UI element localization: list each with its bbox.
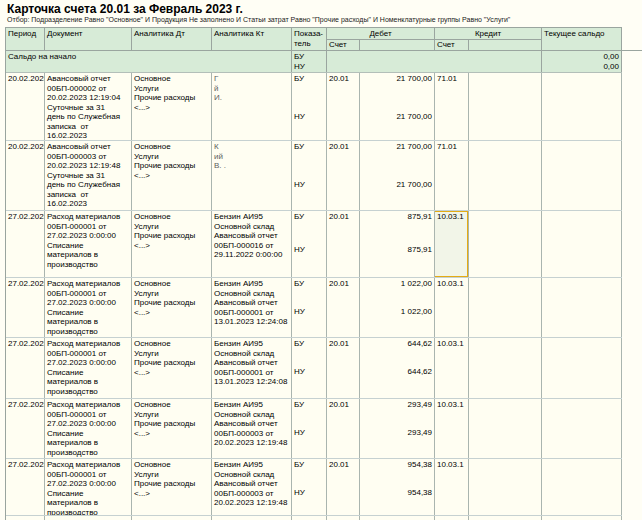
row-indicator: БУНУ — [292, 141, 327, 210]
row-indicator: БУНУ — [292, 73, 327, 140]
row-analytics-dt: Основное Услуги Прочие расходы <...> — [132, 459, 212, 515]
row-credit-account-selected[interactable]: 10.03.1 — [435, 211, 469, 277]
col-header-debit-group[interactable]: Дебет Счет — [327, 28, 435, 50]
row-credit-amount — [469, 338, 542, 398]
row-debit-amount — [360, 516, 435, 520]
col-header-document[interactable]: Документ — [45, 28, 132, 50]
row-debit-amount: 21 700,0021 700,00 — [360, 141, 435, 210]
row-indicator: БУНУ — [292, 338, 327, 398]
row-indicator: БУНУ — [292, 459, 327, 515]
row-analytics-dt: Основное Услуги Прочие расходы <...> — [132, 399, 212, 458]
col-header-period[interactable]: Период — [6, 28, 45, 50]
col-header-credit-account: Счет — [435, 40, 469, 50]
table-row-partial — [6, 516, 622, 520]
opening-indicator: БУНУ — [292, 51, 327, 72]
row-indicator: БУНУ — [292, 211, 327, 277]
col-header-debit: Дебет — [327, 28, 434, 40]
row-credit-amount — [469, 211, 542, 277]
row-balance — [542, 399, 622, 458]
table-row[interactable]: 27.02.2023 Расход материалов 00БП-000001… — [6, 338, 622, 399]
opening-balance-values: 0,000,00 — [542, 51, 622, 72]
row-debit-account: 20.01 — [327, 73, 360, 140]
col-header-debit-account: Счет — [327, 40, 360, 50]
row-debit-account: 20.01 — [327, 141, 360, 210]
sheet-edge-line — [622, 50, 642, 51]
opening-balance-row[interactable]: Сальдо на начало БУНУ 0,000,00 — [6, 51, 622, 73]
row-analytics-kt: Бензин АИ95 Основной склад Авансовый отч… — [212, 399, 292, 458]
row-debit-amount: 954,38954,38 — [360, 459, 435, 515]
row-credit-amount — [469, 278, 542, 337]
row-analytics-kt: Бензин АИ95 Основной склад Авансовый отч… — [212, 459, 292, 515]
row-document: Авансовый отчет 00БП-000003 от 20.02.202… — [45, 141, 132, 210]
row-credit-amount — [469, 516, 542, 520]
col-header-analytics-dt[interactable]: Аналитика Дт — [132, 28, 212, 50]
row-indicator: БУНУ — [292, 399, 327, 458]
row-document: Расход материалов 00БП-000001 от 27.02.2… — [45, 278, 132, 337]
row-period: 27.02.2023 — [6, 399, 45, 458]
row-debit-amount: 875,91875,91 — [360, 211, 435, 277]
col-header-analytics-kt[interactable]: Аналитика Кт — [212, 28, 292, 50]
col-header-credit: Кредит — [435, 28, 541, 40]
row-analytics-kt — [212, 516, 292, 520]
row-credit-account — [435, 516, 469, 520]
row-debit-account: 20.01 — [327, 459, 360, 515]
row-document: Авансовый отчет 00БП-000002 от 20.02.202… — [45, 73, 132, 140]
col-header-balance[interactable]: Текущее сальдо — [542, 28, 622, 50]
row-balance — [542, 141, 622, 210]
row-credit-account: 10.03.1 — [435, 338, 469, 398]
row-period — [6, 516, 45, 520]
row-debit-amount: 21 700,0021 700,00 — [360, 73, 435, 140]
row-analytics-dt — [132, 516, 212, 520]
row-analytics-kt: Бензин АИ95 Основной склад Авансовый отч… — [212, 211, 292, 277]
row-credit-amount — [469, 141, 542, 210]
row-period: 20.02.2023 — [6, 73, 45, 140]
row-debit-account: 20.01 — [327, 338, 360, 398]
row-analytics-dt: Основное Услуги Прочие расходы <...> — [132, 211, 212, 277]
row-document — [45, 516, 132, 520]
row-credit-account: 71.01 — [435, 73, 469, 140]
row-credit-account: 10.03.1 — [435, 459, 469, 515]
row-debit-amount: 293,49293,49 — [360, 399, 435, 458]
row-balance — [542, 278, 622, 337]
table-row[interactable]: 20.02.2023 Авансовый отчет 00БП-000002 о… — [6, 73, 622, 141]
row-credit-amount — [469, 73, 542, 140]
row-debit-account: 20.01 — [327, 211, 360, 277]
row-analytics-kt: Г й И. — [212, 73, 292, 140]
row-credit-account: 71.01 — [435, 141, 469, 210]
row-indicator — [292, 516, 327, 520]
row-document: Расход материалов 00БП-000001 от 27.02.2… — [45, 211, 132, 277]
row-balance — [542, 459, 622, 515]
row-period: 27.02.2023 — [6, 459, 45, 515]
col-header-debit-amount — [360, 40, 434, 50]
row-balance — [542, 338, 622, 398]
row-document: Расход материалов 00БП-000001 от 27.02.2… — [45, 338, 132, 398]
report-filter-line: Отбор: Подразделение Равно "Основное" И … — [7, 16, 510, 23]
table-row[interactable]: 27.02.2023 Расход материалов 00БП-000001… — [6, 278, 622, 338]
row-credit-amount — [469, 459, 542, 515]
row-debit-account — [327, 516, 360, 520]
row-period: 27.02.2023 — [6, 211, 45, 277]
col-header-credit-group[interactable]: Кредит Счет — [435, 28, 542, 50]
row-analytics-dt: Основное Услуги Прочие расходы <...> — [132, 278, 212, 337]
row-period: 20.02.2023 — [6, 141, 45, 210]
table-row[interactable]: 27.02.2023 Расход материалов 00БП-000001… — [6, 399, 622, 459]
table-row[interactable]: 20.02.2023 Авансовый отчет 00БП-000003 о… — [6, 141, 622, 211]
row-debit-amount: 644,62644,62 — [360, 338, 435, 398]
col-header-indicator[interactable]: Показа- тель — [292, 28, 327, 50]
account-card-table: Период Документ Аналитика Дт Аналитика К… — [5, 27, 622, 520]
row-debit-amount: 1 022,001 022,00 — [360, 278, 435, 337]
row-document: Расход материалов 00БП-000001 от 27.02.2… — [45, 459, 132, 515]
row-indicator: БУНУ — [292, 278, 327, 337]
row-analytics-dt: Основное Услуги Прочие расходы <...> — [132, 338, 212, 398]
page-title: Карточка счета 20.01 за Февраль 2023 г. — [7, 2, 243, 16]
row-credit-amount — [469, 399, 542, 458]
opening-amounts-empty — [327, 51, 542, 72]
row-debit-account: 20.01 — [327, 278, 360, 337]
row-period: 27.02.2023 — [6, 278, 45, 337]
row-debit-account: 20.01 — [327, 399, 360, 458]
table-row[interactable]: 27.02.2023 Расход материалов 00БП-000001… — [6, 459, 622, 516]
row-analytics-dt: Основное Услуги Прочие расходы <...> — [132, 141, 212, 210]
row-analytics-kt: Бензин АИ95 Основной склад Авансовый отч… — [212, 278, 292, 337]
row-analytics-dt: Основное Услуги Прочие расходы <...> — [132, 73, 212, 140]
table-row[interactable]: 27.02.2023 Расход материалов 00БП-000001… — [6, 211, 622, 278]
